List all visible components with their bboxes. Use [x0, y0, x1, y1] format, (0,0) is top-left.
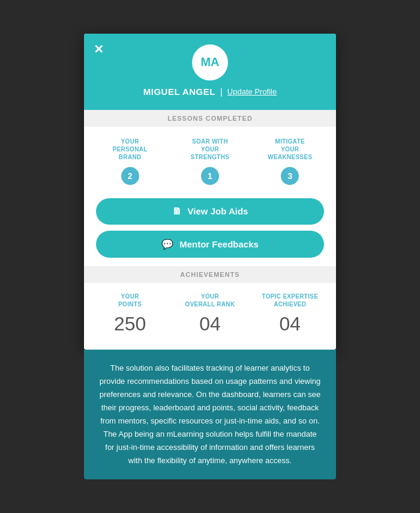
lessons-grid: YOURPERSONALBRAND 2 SOAR WITHYOURSTRENGT… — [84, 127, 336, 198]
lesson-item-3: MITIGATEYOURWEAKNESSES 3 — [250, 138, 330, 185]
bottom-text-box: The solution also facilitates tracking o… — [84, 350, 336, 480]
achievement-expertise-value: 04 — [280, 313, 301, 335]
lesson-badge-3: 3 — [281, 167, 299, 185]
lesson-item-2: SOAR WITHYOURSTRENGTHS 1 — [170, 138, 250, 185]
bottom-text: The solution also facilitates tracking o… — [98, 362, 322, 468]
achievement-rank-label: YOUROVERALL RANK — [185, 293, 235, 308]
avatar: MA — [192, 44, 228, 80]
view-job-aids-label: View Job Aids — [188, 206, 248, 216]
user-name: MIGUEL ANGEL — [143, 87, 215, 97]
profile-card: ✕ MA MIGUEL ANGEL | Update Profile LESSO… — [84, 34, 336, 350]
card-header: ✕ MA MIGUEL ANGEL | Update Profile — [84, 34, 336, 110]
mentor-feedbacks-icon: 💬 — [161, 238, 173, 250]
view-job-aids-button[interactable]: 🗎 View Job Aids — [96, 198, 324, 225]
mentor-feedbacks-label: Mentor Feedbacks — [179, 239, 259, 249]
achievement-rank: YOUROVERALL RANK 04 — [170, 293, 250, 335]
achievements-grid: YOURPOINTS 250 YOUROVERALL RANK 04 TOPIC… — [84, 283, 336, 350]
mentor-feedbacks-button[interactable]: 💬 Mentor Feedbacks — [96, 231, 324, 258]
lesson-title-2: SOAR WITHYOURSTRENGTHS — [191, 138, 229, 161]
lesson-badge-2: 1 — [201, 167, 219, 185]
achievement-points: YOURPOINTS 250 — [90, 293, 170, 335]
lessons-section-label: LESSONS COMPLETED — [84, 110, 336, 127]
lesson-badge-1: 2 — [121, 167, 139, 185]
name-divider: | — [220, 87, 223, 97]
achievements-section-label: ACHIEVEMENTS — [84, 266, 336, 283]
lesson-title-3: MITIGATEYOURWEAKNESSES — [268, 138, 312, 161]
close-button[interactable]: ✕ — [94, 42, 104, 56]
lesson-item-1: YOURPERSONALBRAND 2 — [90, 138, 170, 185]
achievement-rank-value: 04 — [199, 313, 221, 335]
user-name-row: MIGUEL ANGEL | Update Profile — [143, 87, 277, 97]
job-aids-icon: 🗎 — [172, 206, 182, 217]
achievement-points-label: YOURPOINTS — [118, 293, 142, 308]
achievement-expertise-label: TOPIC EXPERTISEACHIEVED — [262, 293, 318, 308]
update-profile-link[interactable]: Update Profile — [227, 87, 277, 96]
achievement-expertise: TOPIC EXPERTISEACHIEVED 04 — [250, 293, 330, 335]
button-section: 🗎 View Job Aids 💬 Mentor Feedbacks — [84, 198, 336, 266]
outer-container: ✕ MA MIGUEL ANGEL | Update Profile LESSO… — [84, 34, 336, 480]
achievement-points-value: 250 — [114, 313, 146, 335]
lesson-title-1: YOURPERSONALBRAND — [113, 138, 148, 161]
